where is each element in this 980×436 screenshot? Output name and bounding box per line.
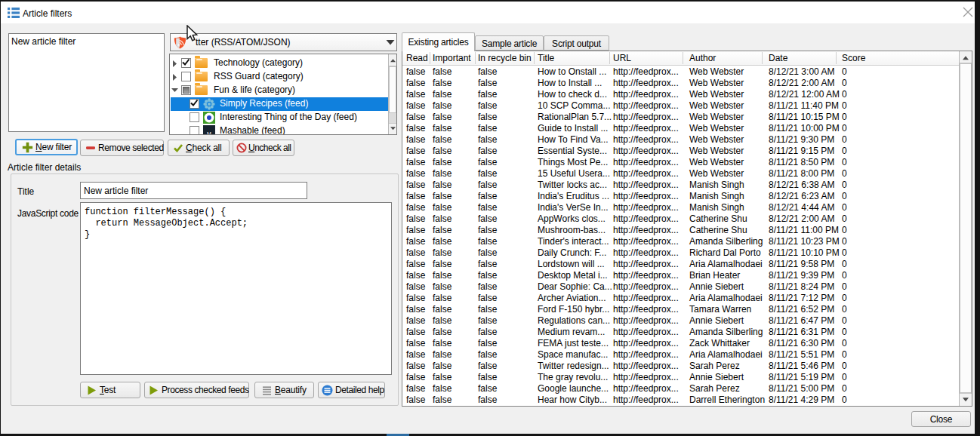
svg-text:M: M [207,131,211,135]
